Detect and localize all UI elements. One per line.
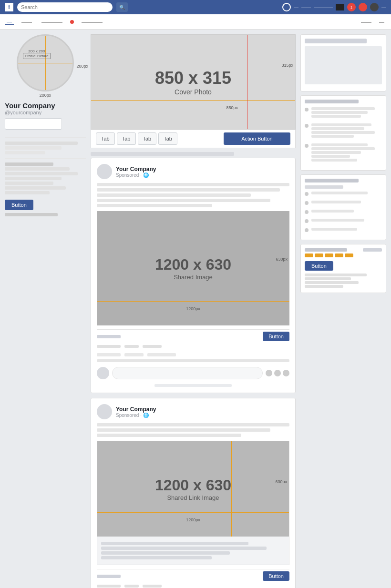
nav-search-input[interactable] xyxy=(17,2,113,12)
sidebar-gray-1 xyxy=(5,142,78,145)
nav-text-more[interactable]: ———— xyxy=(314,5,333,10)
nav-text-home[interactable]: — xyxy=(294,5,298,10)
comment-icons-1 xyxy=(266,370,289,376)
right-list-lines-1 xyxy=(311,106,382,119)
profile-circle: 200 x 200 Profile Picture xyxy=(17,34,74,91)
right-groups-dot-5 xyxy=(305,228,309,232)
post-company-name-2: Your Company xyxy=(116,406,156,413)
right-blue-btn[interactable]: Button xyxy=(305,261,333,271)
nav-message-icon[interactable] xyxy=(359,3,367,11)
pp-size-label: 200 x 200 Profile Picture xyxy=(23,49,51,59)
sidebar-line-1 xyxy=(5,162,53,166)
rg-2-1 xyxy=(311,201,361,203)
top-navbar: f 🔍 — —— ———— 1 — xyxy=(0,0,391,14)
share-gray-3 xyxy=(147,353,176,356)
right-groups-dot-1 xyxy=(305,192,309,196)
nav-profile-icon[interactable] xyxy=(370,3,379,11)
post-card-2: Your Company Sponsored · 🌐 1200 x 630 xyxy=(91,398,296,588)
plp-630-label-2: 630px xyxy=(275,479,287,484)
right-groups-dot-2 xyxy=(305,201,309,205)
post-line-3 xyxy=(97,193,251,197)
post-line-1 xyxy=(97,183,289,186)
snav-item-groups[interactable]: ———— xyxy=(80,19,104,25)
post-actions-2: Button xyxy=(97,569,289,583)
post-line-4 xyxy=(97,199,270,202)
share-gray-1 xyxy=(97,353,121,356)
right-cta-line-1 xyxy=(305,274,367,276)
nav-account-text[interactable]: — xyxy=(381,5,386,10)
comment-input-field-1[interactable] xyxy=(112,367,263,379)
plp-image-sub-2: Shared Link Image xyxy=(167,494,219,501)
page-action-button[interactable]: Action Button xyxy=(224,132,290,145)
shared-orange-h-1 xyxy=(97,301,289,302)
nav-badge-1[interactable]: 1 xyxy=(347,3,356,11)
right-cta-line-3 xyxy=(305,281,359,284)
snav-right-item-1[interactable]: —— xyxy=(359,19,373,25)
right-groups-lines-4 xyxy=(311,218,382,223)
right-groups-lines-1 xyxy=(311,191,382,195)
snav-item-activity[interactable]: ———— xyxy=(40,19,64,25)
rll-2-4 xyxy=(311,135,354,138)
post-header-info-1: Your Company Sponsored · 🌐 xyxy=(116,166,156,178)
snav-item-pages[interactable]: —— xyxy=(20,19,34,25)
post-text-lines-1 xyxy=(97,183,289,207)
plp-text-line-4 xyxy=(101,556,212,559)
snav-item-home[interactable]: — xyxy=(5,19,14,25)
post-line-2 xyxy=(97,188,280,192)
sidebar-line-3 xyxy=(5,172,78,175)
nav-text-friends[interactable]: —— xyxy=(301,5,311,10)
post2-line-3 xyxy=(97,434,241,437)
nav-notification-icon[interactable]: 1 xyxy=(347,3,356,11)
cover-315px-label: 315px xyxy=(281,63,293,68)
post-action-blue-btn-1[interactable]: Button xyxy=(263,332,289,341)
nav-circle-icon-1 xyxy=(282,3,291,11)
cover-photo-area: 850 x 315 Cover Photo 315px 850px xyxy=(91,34,296,130)
post-header-info-2: Your Company Sponsored · 🌐 xyxy=(116,406,156,418)
main-layout: 200 x 200 Profile Picture 200px 200px Yo… xyxy=(0,30,391,588)
nav-rect-icon xyxy=(336,4,344,10)
page-tab-3[interactable]: Tab xyxy=(138,132,157,145)
right-groups-item-1 xyxy=(305,191,382,196)
comment-gif-icon-1 xyxy=(283,370,289,376)
shared-orange-v-1 xyxy=(232,211,232,325)
right-ad-title-1 xyxy=(305,100,359,103)
pp-label-box: Profile Picture xyxy=(23,53,51,59)
cover-850px-label: 850px xyxy=(226,105,238,110)
plp-image-2: 1200 x 630 Shared Link Image 630px 1200p… xyxy=(97,441,289,537)
rll-3-2 xyxy=(311,147,375,150)
right-cta-header xyxy=(305,248,382,252)
post2-line-1 xyxy=(97,423,289,426)
shared-630-label-1: 630px xyxy=(276,257,288,262)
comment-emoji-icon-1 xyxy=(266,370,272,376)
cover-red-vertical-line xyxy=(247,35,247,129)
post-share-row-1 xyxy=(97,350,289,359)
right-groups-lines-5 xyxy=(311,227,382,232)
rll-3-3 xyxy=(311,151,361,154)
nav-search-button[interactable]: 🔍 xyxy=(116,2,128,12)
reaction2-gray-1 xyxy=(97,585,121,588)
page-tab-4[interactable]: Tab xyxy=(158,132,177,145)
rll-2-1 xyxy=(311,123,371,126)
snav-right-item-2[interactable]: — xyxy=(377,19,386,25)
post-action-blue-btn-2[interactable]: Button xyxy=(263,571,289,581)
left-sidebar: 200 x 200 Profile Picture 200px 200px Yo… xyxy=(5,34,86,588)
post2-action-label-1 xyxy=(97,575,121,578)
right-list-dot-3 xyxy=(305,144,309,148)
nav-badge-2[interactable] xyxy=(359,3,367,11)
reaction2-gray-3 xyxy=(143,585,162,588)
page-tab-1[interactable]: Tab xyxy=(96,132,115,145)
page-tab-2[interactable]: Tab xyxy=(117,132,136,145)
right-orange-dots-row xyxy=(305,253,382,257)
post-header-2: Your Company Sponsored · 🌐 xyxy=(97,404,289,419)
post-line-5 xyxy=(97,204,212,207)
orange-dot-2 xyxy=(315,253,323,257)
right-groups-title xyxy=(305,179,359,182)
sidebar-outline-button[interactable] xyxy=(5,118,62,130)
shared-1200-label-1: 1200px xyxy=(186,306,200,311)
rll-1-1 xyxy=(311,107,375,110)
post-company-name-1: Your Company xyxy=(116,166,156,172)
sidebar-blue-button[interactable]: Button xyxy=(5,200,33,210)
sidebar-sep-2 xyxy=(5,158,86,159)
post-reactions-row-1 xyxy=(97,343,289,350)
cover-photo-title: 850 x 315 xyxy=(155,68,231,88)
